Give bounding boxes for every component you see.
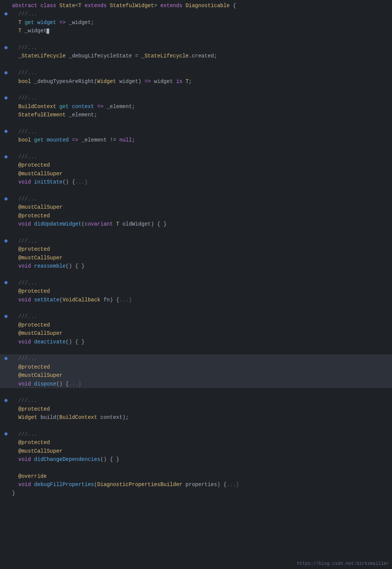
- line-gutter: [3, 69, 9, 77]
- line-gutter: [3, 10, 9, 18]
- code-line: T _widget: [0, 27, 392, 35]
- code-line: @mustCallSuper: [0, 371, 392, 379]
- line-gutter: [3, 128, 9, 136]
- code-content: @protected: [12, 438, 387, 447]
- code-content: [12, 35, 387, 44]
- code-line: T get widget => _widget;: [0, 18, 392, 27]
- line-gutter: [3, 178, 9, 178]
- code-content: void didChangeDependencies() { }: [12, 455, 387, 464]
- code-line: @override: [0, 472, 392, 480]
- code-line: ///...: [0, 153, 392, 161]
- code-content: @protected: [12, 161, 387, 169]
- code-content: void dispose() {...}: [12, 380, 387, 388]
- line-gutter: [3, 388, 9, 388]
- code-content: [12, 346, 387, 354]
- line-gutter: [3, 187, 9, 187]
- code-line: Widget build(BuildContext context);: [0, 413, 392, 421]
- gutter-dot: [5, 399, 8, 402]
- gutter-dot: [5, 432, 8, 435]
- line-gutter: [3, 338, 9, 338]
- gutter-dot: [5, 281, 8, 284]
- code-content: bool _debugTypesAreRight(Widget widget) …: [12, 77, 387, 86]
- line-gutter: [3, 111, 9, 111]
- code-line: [0, 60, 392, 69]
- code-content: @mustCallSuper: [12, 254, 387, 262]
- line-gutter: [3, 405, 9, 405]
- line-gutter: [3, 413, 9, 414]
- line-gutter: [3, 422, 9, 422]
- line-gutter: [3, 329, 9, 330]
- code-content: [12, 304, 387, 312]
- line-gutter: [3, 447, 9, 447]
- code-line: @mustCallSuper: [0, 447, 392, 455]
- line-gutter: [3, 271, 9, 271]
- code-content: @protected: [12, 363, 387, 371]
- code-content: ///...: [12, 94, 387, 102]
- code-line: ///...: [0, 195, 392, 203]
- line-gutter: [3, 346, 9, 346]
- code-line: @protected: [0, 405, 392, 413]
- gutter-dot: [5, 12, 8, 15]
- code-content: @mustCallSuper: [12, 203, 387, 211]
- code-line: [0, 422, 392, 430]
- code-line: @protected: [0, 363, 392, 371]
- code-line: ///...: [0, 430, 392, 438]
- line-gutter: [3, 18, 9, 19]
- code-line: [0, 346, 392, 354]
- code-content: [12, 86, 387, 94]
- code-line: void dispose() {...}: [0, 380, 392, 388]
- code-content: [12, 271, 387, 279]
- line-gutter: [3, 312, 9, 321]
- code-line: @mustCallSuper: [0, 329, 392, 337]
- url-bar: https://blog.csdn.net/dirksmalller: [294, 559, 392, 569]
- code-line: [0, 145, 392, 153]
- line-gutter: [3, 77, 9, 78]
- code-line: @protected: [0, 212, 392, 220]
- line-gutter: [3, 480, 9, 481]
- line-gutter: [3, 60, 9, 61]
- line-gutter: [3, 363, 9, 363]
- line-gutter: [3, 86, 9, 86]
- line-gutter: [3, 35, 9, 36]
- code-line: BuildContext get context => _element;: [0, 102, 392, 111]
- code-line: [0, 119, 392, 127]
- line-gutter: [3, 161, 9, 161]
- code-content: void didUpdateWidget(covariant T oldWidg…: [12, 220, 387, 228]
- code-line: void debugFillProperties(DiagnosticPrope…: [0, 480, 392, 489]
- code-line: ///...: [0, 94, 392, 102]
- code-content: [12, 187, 387, 195]
- code-content: void debugFillProperties(DiagnosticPrope…: [12, 480, 387, 489]
- code-content: ///...: [12, 396, 387, 405]
- line-gutter: [3, 321, 9, 321]
- code-content: @protected: [12, 212, 387, 220]
- code-line: ///...: [0, 279, 392, 287]
- line-gutter: [3, 380, 9, 380]
- line-gutter: [3, 296, 9, 296]
- code-content: void setState(VoidCallback fn) {...}: [12, 296, 387, 304]
- line-gutter: [3, 153, 9, 161]
- code-content: @protected: [12, 245, 387, 253]
- code-content: abstract class State<T extends StatefulW…: [12, 2, 387, 10]
- code-line: void didUpdateWidget(covariant T oldWidg…: [0, 220, 392, 228]
- code-content: @protected: [12, 405, 387, 413]
- code-line: void initState() {...}: [0, 178, 392, 186]
- code-line: _StateLifecycle _debugLifecycleState = _…: [0, 52, 392, 60]
- code-line: void deactivate() { }: [0, 338, 392, 346]
- code-line: @protected: [0, 287, 392, 295]
- code-content: [12, 60, 387, 69]
- line-gutter: [3, 472, 9, 473]
- code-line: void didChangeDependencies() { }: [0, 455, 392, 464]
- code-line: }: [0, 489, 392, 497]
- code-content: T get widget => _widget;: [12, 18, 387, 27]
- code-content: T _widget: [12, 27, 387, 35]
- line-gutter: [3, 245, 9, 245]
- code-content: [12, 119, 387, 127]
- code-line: @protected: [0, 161, 392, 169]
- code-content: @mustCallSuper: [12, 329, 387, 337]
- code-line: abstract class State<T extends StatefulW…: [0, 2, 392, 10]
- line-gutter: [3, 455, 9, 456]
- code-content: _StateLifecycle _debugLifecycleState = _…: [12, 52, 387, 60]
- code-line: ///...: [0, 237, 392, 245]
- line-gutter: [3, 94, 9, 102]
- code-content: [12, 388, 387, 396]
